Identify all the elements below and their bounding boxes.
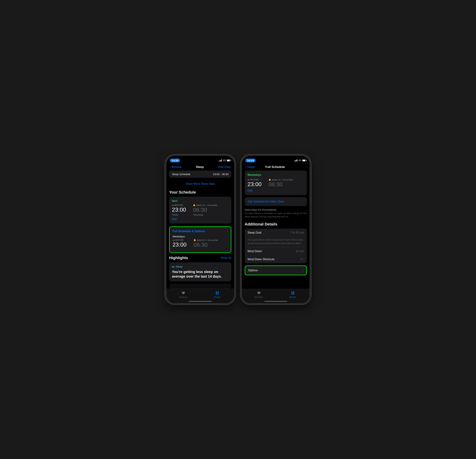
nav-back-2[interactable]: ‹ Sleep <box>245 165 255 169</box>
tab-summary-1[interactable]: Summary <box>166 291 200 298</box>
nav-back-1[interactable]: ‹ Browse <box>170 165 181 169</box>
weekdays-bedtime-col: 🛏 BEDTIME 23:00 <box>247 179 262 188</box>
battery-fill-1 <box>227 160 230 161</box>
browse-icon-2 <box>290 291 295 295</box>
nav-back-label-2[interactable]: Sleep <box>247 165 255 169</box>
wakeup-value-1: 06:30 <box>193 207 217 213</box>
additional-details-section: Additional Details Sleep Goal 7 hr 30 mi… <box>245 222 307 275</box>
full-schedule-row: Full Schedule & Options › <box>172 230 228 233</box>
highlights-sleep-label: 🛏 Sleep <box>172 265 229 268</box>
options-card[interactable]: Options › <box>245 265 307 275</box>
full-schedule-times: 🛏 BEDTIME 23:00 🔔 WAKE UP – NO ALARM 06:… <box>172 239 228 248</box>
notch-1 <box>186 156 214 161</box>
signal-bar-2-4 <box>297 159 297 161</box>
full-schedule-chevron-icon: › <box>227 230 228 233</box>
svg-rect-5 <box>293 292 294 293</box>
sleep-icon: 🛏 <box>172 265 175 268</box>
bedtime-label-1: 🛏 BEDTIME <box>172 204 186 206</box>
svg-rect-7 <box>293 293 294 295</box>
wakeup-col-1: 🔔 WAKE UP – NO ALARM 06:30 Tomorrow <box>193 204 217 216</box>
status-time-1: 14:24 <box>170 159 180 162</box>
sleep-banner: Sleep Schedule 23:00 - 06:30 <box>169 171 231 178</box>
bedtime-col-1: 🛏 BEDTIME 23:00 Today <box>172 204 186 216</box>
sleep-goal-note-wrap: Your goal will be used to keep track of … <box>245 237 307 247</box>
back-chevron-1: ‹ <box>170 165 171 169</box>
wind-down-shortcuts-label: Wind Down Shortcuts <box>247 258 274 261</box>
sleep-goal-row[interactable]: Sleep Goal 7 hr 30 min <box>245 229 307 237</box>
highlights-body-text: You're getting less sleep on average ove… <box>172 270 229 279</box>
weekdays-bedtime-label: 🛏 BEDTIME <box>247 179 262 181</box>
svg-rect-0 <box>216 292 217 293</box>
wind-down-shortcuts-row[interactable]: Wind Down Shortcuts 3 › <box>245 255 307 263</box>
shortcuts-chevron-icon: › <box>303 258 304 261</box>
full-bedtime-col: 🛏 BEDTIME 23:00 <box>172 239 187 248</box>
show-more-sleep-btn[interactable]: Show More Sleep Data <box>169 180 231 187</box>
wakeup-sub-1: Tomorrow <box>193 213 217 216</box>
unscheduled-body: On days without a schedule, no wake-up a… <box>245 212 307 218</box>
weekdays-label: Weekdays <box>247 173 304 177</box>
tab-bar-2: Summary Browse <box>242 289 310 303</box>
tab-summary-label-2: Summary <box>255 296 263 298</box>
sleep-goal-value: 7 hr 30 min <box>290 231 304 234</box>
wind-down-row[interactable]: Wind Down 15 min <box>245 247 307 255</box>
tab-browse-label-2: Browse <box>289 296 296 298</box>
full-schedule-label: Full Schedule & Options <box>172 230 205 233</box>
scroll-content-2: Weekdays 🛏 BEDTIME 23:00 🔔 WAKE UP – NO … <box>242 171 310 292</box>
options-chevron-icon: › <box>303 269 304 272</box>
tab-browse-1[interactable]: Browse <box>200 291 234 298</box>
phone-1: 14:24 4G ‹ Browse <box>166 156 235 303</box>
svg-rect-2 <box>216 293 217 295</box>
highlights-label: Highlights <box>169 256 188 260</box>
full-schedule-card[interactable]: Full Schedule & Options › Weekdays 🛏 BED… <box>169 226 231 253</box>
nav-title-1: Sleep <box>196 165 204 169</box>
sleep-goal-note: Your goal will be used to keep track of … <box>247 237 303 247</box>
full-wakeup-col: 🔔 WAKE UP – NO ALARM 06:30 <box>194 239 218 248</box>
signal-bar-2-2 <box>295 160 296 161</box>
scroll-content-1: Sleep Schedule 23:00 - 06:30 Show More S… <box>166 171 234 292</box>
wind-down-label: Wind Down <box>247 250 262 253</box>
tab-browse-2[interactable]: Browse <box>276 291 310 298</box>
signal-bar-3 <box>221 160 221 161</box>
signal-bar-4 <box>221 159 222 161</box>
add-schedule-btn[interactable]: Add Schedule for Other Days <box>245 197 307 206</box>
nav-action-1[interactable]: Add Data <box>218 165 231 169</box>
weekdays-edit-link[interactable]: Edit <box>247 189 304 192</box>
unscheduled-note: Some Days Are Unscheduled On days withou… <box>245 207 307 221</box>
edit-link-1[interactable]: Edit <box>172 218 229 221</box>
svg-rect-3 <box>217 293 219 295</box>
nav-back-label-1[interactable]: Browse <box>172 165 182 169</box>
nav-title-2: Full Schedule <box>265 165 285 169</box>
sleep-goal-label: Sleep Goal <box>247 231 261 234</box>
summary-icon-2 <box>257 291 261 295</box>
signal-bar-2-3 <box>296 160 297 161</box>
full-wakeup-label: 🔔 WAKE UP – NO ALARM <box>194 239 218 241</box>
svg-rect-4 <box>291 292 292 293</box>
next-schedule-card: Next 🛏 BEDTIME 23:00 Today 🔔 WAKE UP – N… <box>169 197 231 223</box>
weekdays-wakeup-value: 06:30 <box>269 181 293 188</box>
battery-icon-2 <box>302 159 306 161</box>
highlights-card: 🛏 Sleep You're getting less sleep on ave… <box>169 262 231 281</box>
weekdays-times: 🛏 BEDTIME 23:00 🔔 WAKE UP – NO ALARM 06:… <box>247 179 304 188</box>
nav-bar-1: ‹ Browse Sleep Add Data <box>166 164 234 171</box>
bedtime-value-1: 23:00 <box>172 206 186 213</box>
full-bedtime-value: 23:00 <box>172 241 187 248</box>
tab-summary-2[interactable]: Summary <box>242 291 276 298</box>
your-schedule-heading: Your Schedule <box>169 190 231 195</box>
detail-card-group: Sleep Goal 7 hr 30 min Your goal will be… <box>245 229 307 263</box>
show-all-btn[interactable]: Show All <box>221 256 231 260</box>
wind-down-value: 15 min <box>296 250 304 253</box>
schedule-times-1: 🛏 BEDTIME 23:00 Today 🔔 WAKE UP – NO ALA… <box>172 204 229 216</box>
weekdays-card: Weekdays 🛏 BEDTIME 23:00 🔔 WAKE UP – NO … <box>245 171 307 195</box>
screen-2: ‹ Sleep Full Schedule Weekdays 🛏 BEDTIME… <box>242 164 310 303</box>
wakeup-label-1: 🔔 WAKE UP – NO ALARM <box>193 204 217 206</box>
status-time-2: 14:24 <box>245 159 255 162</box>
signal-bar-2-1 <box>294 161 295 161</box>
tab-bar-1: Summary Browse <box>166 289 234 303</box>
sleep-banner-value: 23:00 - 06:30 <box>213 173 229 176</box>
weekdays-bedtime-value: 23:00 <box>247 181 262 188</box>
signal-type-2: 4G <box>298 159 301 162</box>
home-indicator-2 <box>264 301 287 302</box>
tab-summary-label-1: Summary <box>179 296 187 298</box>
signal-bar-1 <box>219 161 219 161</box>
signal-bars-2 <box>294 159 297 161</box>
